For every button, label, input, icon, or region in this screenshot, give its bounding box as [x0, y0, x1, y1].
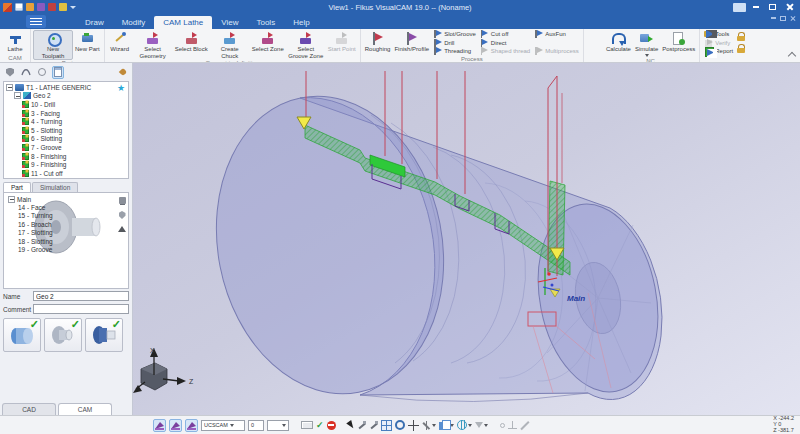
tab-simulation[interactable]: Simulation: [32, 182, 78, 192]
undo-icon[interactable]: [48, 3, 56, 11]
tree-operation[interactable]: 5 - Slotting: [4, 126, 128, 135]
collapse-icon[interactable]: [6, 84, 13, 91]
keyboard-icon[interactable]: [301, 421, 313, 429]
select-zone-button[interactable]: Select Zone: [250, 30, 286, 54]
app-logo-icon[interactable]: [3, 3, 12, 12]
favorite-star-icon[interactable]: ★: [117, 84, 125, 93]
save-document-icon[interactable]: [37, 3, 45, 11]
account-badge-icon[interactable]: [733, 3, 746, 12]
tree-node-geometry[interactable]: Geo 2: [4, 92, 128, 101]
document-icon[interactable]: [52, 66, 64, 79]
layer-value[interactable]: 0: [248, 420, 264, 431]
mdi-restore-icon[interactable]: [780, 16, 786, 21]
comment-input[interactable]: [33, 304, 129, 314]
pin-icon[interactable]: [120, 69, 128, 75]
lathe-button[interactable]: Lathe: [2, 30, 28, 54]
tab-view[interactable]: View: [212, 16, 247, 29]
circle-icon[interactable]: [36, 66, 48, 79]
collapse-icon[interactable]: [8, 196, 15, 203]
tree-operation[interactable]: 3 - Facing: [4, 109, 128, 118]
select-groove-zone-button[interactable]: Select Groove Zone: [286, 30, 326, 60]
slot-groove-button[interactable]: Slot/Groove: [433, 30, 476, 39]
maximize-button[interactable]: [765, 2, 780, 13]
tree-node-machine[interactable]: T1 - LATHE GENERIC: [4, 83, 128, 92]
mountain-icon[interactable]: [118, 226, 126, 232]
mdi-close-icon[interactable]: [790, 15, 796, 21]
tab-modify[interactable]: Modify: [113, 16, 155, 29]
simulate-button[interactable]: Simulate: [633, 30, 660, 58]
pick-add-icon[interactable]: [357, 421, 366, 430]
tree-operation[interactable]: 10 - Drill: [4, 100, 128, 109]
new-part-button[interactable]: New Part: [73, 30, 102, 54]
ucs-select[interactable]: UCSCAM: [201, 420, 245, 431]
layers-control[interactable]: [439, 420, 454, 430]
tree-operation[interactable]: 11 - Cut off: [4, 169, 128, 178]
tree-operation[interactable]: 6 - Slotting: [4, 135, 128, 144]
shield-icon[interactable]: [4, 66, 16, 79]
part-tree-item[interactable]: 18 - Slotting: [4, 237, 128, 245]
tab-cam-lathe[interactable]: CAM Lathe: [154, 16, 212, 29]
new-toolpath-button[interactable]: New Toolpath: [33, 30, 73, 60]
tree-operation[interactable]: 4 - Turning: [4, 117, 128, 126]
collapse-icon[interactable]: [14, 92, 21, 99]
ucs-view-icon[interactable]: [153, 419, 166, 432]
part-tree-item[interactable]: 15 - Turning: [4, 212, 128, 220]
tree-operation[interactable]: 9 - Finishing: [4, 160, 128, 169]
filter-control[interactable]: [475, 422, 488, 428]
ribbon-collapse-icon[interactable]: [788, 52, 796, 60]
layer-select[interactable]: [267, 420, 289, 431]
select-block-button[interactable]: Select Block: [173, 30, 210, 54]
create-chuck-button[interactable]: Create Chuck: [210, 30, 250, 60]
ucs-view-icon[interactable]: [185, 419, 198, 432]
pan-icon[interactable]: [408, 420, 419, 431]
auxfun-button[interactable]: AuxFun: [534, 30, 579, 39]
close-button[interactable]: [782, 2, 797, 13]
tab-part[interactable]: Part: [3, 182, 31, 192]
redo-icon[interactable]: [59, 3, 67, 11]
shield-icon[interactable]: [119, 211, 126, 219]
part-tree-item[interactable]: 17 - Slotting: [4, 229, 128, 237]
perpendicular-snap-icon[interactable]: [508, 421, 517, 429]
calculate-button[interactable]: Calculate: [604, 30, 633, 54]
select-geometry-button[interactable]: Select Geometry: [133, 30, 173, 60]
tools-button[interactable]: Tools: [704, 30, 733, 39]
stop-icon[interactable]: [327, 421, 336, 430]
tab-draw[interactable]: Draw: [76, 16, 113, 29]
pick-window-icon[interactable]: [369, 421, 378, 430]
tree-operation[interactable]: 8 - Finishing: [4, 152, 128, 161]
grid-snap-icon[interactable]: [381, 420, 392, 431]
qat-customize-icon[interactable]: [70, 6, 76, 9]
name-input[interactable]: [33, 291, 129, 301]
tab-cad[interactable]: CAD: [2, 403, 56, 415]
tree-operation[interactable]: 7 - Groove: [4, 143, 128, 152]
line-snap-icon[interactable]: [520, 421, 529, 430]
report-button[interactable]: Report: [704, 47, 733, 56]
curve-graph-icon[interactable]: [20, 66, 32, 79]
tab-tools[interactable]: Tools: [247, 16, 284, 29]
part-tree-root[interactable]: Main: [4, 195, 128, 203]
hamburger-menu-icon[interactable]: [26, 15, 46, 28]
orbit-icon[interactable]: [395, 420, 405, 430]
simulate-dropdown-icon[interactable]: [645, 54, 649, 57]
postprocess-button[interactable]: Postprocess: [660, 30, 697, 54]
part-tree-item[interactable]: 14 - Face: [4, 203, 128, 211]
display-mode-control[interactable]: [422, 421, 436, 430]
new-document-icon[interactable]: [15, 3, 23, 11]
tab-help[interactable]: Help: [284, 16, 318, 29]
wizard-button[interactable]: Wizard: [107, 30, 133, 54]
minimize-button[interactable]: [748, 2, 763, 13]
point-snap-icon[interactable]: [500, 423, 505, 428]
confirm-check-icon[interactable]: ✓: [316, 421, 324, 430]
mdi-minimize-icon[interactable]: [771, 17, 776, 19]
tab-cam[interactable]: CAM: [58, 403, 112, 415]
viewport-canvas[interactable]: Main: [133, 63, 800, 415]
part-tree-item[interactable]: 16 - Broach: [4, 220, 128, 228]
render-control[interactable]: [457, 420, 472, 430]
drill-button[interactable]: Drill: [433, 39, 476, 48]
roughing-button[interactable]: Roughing: [363, 30, 393, 54]
lock-icon[interactable]: [737, 32, 746, 41]
ucs-view-icon[interactable]: [169, 419, 182, 432]
unlock-icon[interactable]: [737, 44, 746, 53]
direct-button[interactable]: Direct: [480, 39, 530, 48]
cut-off-button[interactable]: Cut off: [480, 30, 530, 39]
